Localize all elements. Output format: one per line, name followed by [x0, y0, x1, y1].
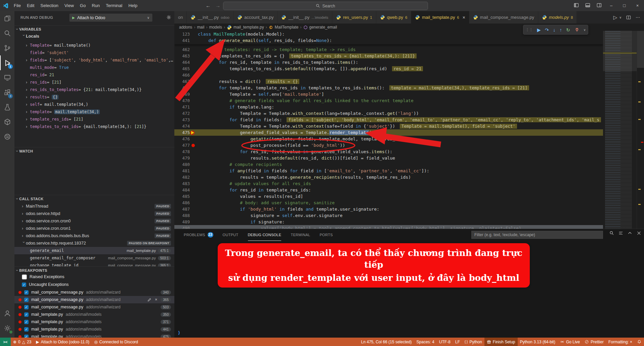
menu-view[interactable]: View	[61, 0, 77, 11]
variable-row[interactable]: ›self = mail.template(34,)	[14, 101, 174, 108]
breakpoint-exception-row[interactable]: Raised Exceptions	[14, 273, 174, 280]
panel-tab-debug-console[interactable]: DEBUG CONSOLE	[248, 229, 282, 241]
tab-account_tax.py[interactable]: account_tax.py	[233, 11, 277, 24]
status-item[interactable]	[635, 338, 644, 346]
breakpoint-row[interactable]: ✓mail_template.pyaddons\mail\models350	[14, 311, 174, 318]
gutter-markers[interactable]	[190, 78, 198, 85]
code-line-484[interactable]: 484for res_id in template_res_ids:	[174, 187, 603, 193]
code-editor[interactable]: 462# templates: res_id -> template; temp…	[174, 31, 603, 229]
panel-tab-problems[interactable]: PROBLEMS23	[184, 229, 213, 241]
tab-models.py[interactable]: models.py8	[538, 11, 577, 24]
gutter-markers[interactable]	[190, 66, 198, 72]
checkbox[interactable]: ✓	[24, 320, 29, 324]
callstack-thread[interactable]: ›MainThreadPAUSED	[14, 203, 174, 210]
status-item-spaces-4[interactable]: Spaces: 4	[414, 338, 437, 346]
callstack-frame[interactable]: generate_email_for_composermail_compose_…	[14, 254, 174, 262]
checkbox[interactable]: ✓	[24, 327, 29, 332]
code-line-477[interactable]: 477post_process=(field == 'body_html'))	[174, 142, 603, 148]
breakpoint-row[interactable]: ✓mail_template.pyaddons\mail\models441	[14, 326, 174, 333]
gutter-markers[interactable]	[190, 148, 198, 155]
status-item-ln-475-col-66-15-selected-[interactable]: Ln 475, Col 66 (15 selected)	[359, 338, 414, 346]
plug-icon[interactable]	[574, 27, 579, 32]
variable-row[interactable]: ›field = 'subject'	[14, 49, 174, 56]
menu-terminal[interactable]: Terminal	[103, 0, 125, 11]
variable-row[interactable]: ›res_id = 21	[14, 71, 174, 79]
maximize-panel-icon[interactable]	[628, 231, 632, 235]
menu-selection[interactable]: Selection	[37, 0, 61, 11]
section-header-breakpoints[interactable]: ›BREAKPOINTS	[14, 266, 174, 274]
gutter-markers[interactable]	[190, 174, 198, 180]
variable-row[interactable]: ›templates_to_res_ids = {mail.template(3…	[14, 123, 174, 130]
debug-config-dropdown[interactable]: ▶ Attach to Odoo ∨	[69, 13, 153, 22]
checkbox[interactable]: ✓	[24, 312, 29, 317]
remote-indicator[interactable]: ><	[0, 338, 11, 346]
step-over-icon[interactable]: ↷	[545, 27, 549, 33]
maximize-button[interactable]: □	[618, 0, 631, 11]
code-line-465[interactable]: 465templates_to_res_ids.setdefault(templ…	[174, 66, 603, 72]
status-item-utf-8[interactable]: UTF-8	[437, 338, 453, 346]
continue-icon[interactable]: ▶	[537, 27, 541, 33]
activity-run-and-debug[interactable]: 1	[0, 55, 14, 70]
gutter-markers[interactable]	[190, 91, 198, 97]
gutter-markers[interactable]	[190, 110, 198, 117]
code-line-479[interactable]: 479results.setdefault(res_id, dict())[fi…	[174, 155, 603, 161]
code-line-471[interactable]: 471if template.lang:	[174, 104, 603, 110]
command-center-search[interactable]: Search	[223, 2, 428, 10]
panel-tab-terminal[interactable]: TERMINAL	[291, 229, 310, 241]
gutter-markers[interactable]	[190, 168, 198, 174]
breakpoint-row[interactable]: ✓mail_template.pyaddons\mail\models371	[14, 318, 174, 326]
checkbox[interactable]: ✓	[22, 283, 26, 287]
status-item-lf[interactable]: LF	[453, 338, 462, 346]
code-line-466[interactable]: 466	[174, 72, 603, 78]
gutter-markers[interactable]	[190, 117, 198, 123]
minimize-button[interactable]: –	[605, 0, 618, 11]
breakpoint-exception-row[interactable]: ✓Uncaught Exceptions	[14, 281, 174, 288]
activity-remote-explorer[interactable]	[0, 70, 14, 85]
toggle-sidebar-icon[interactable]	[570, 3, 582, 9]
activity-source-control[interactable]	[0, 41, 14, 55]
activity-testing[interactable]	[0, 100, 14, 115]
code-line-488[interactable]: 488signature = self.env.user.signature	[174, 212, 603, 219]
code-line-489[interactable]: 489if signature:	[174, 219, 603, 225]
code-line-480[interactable]: 480# compute recipients	[174, 161, 603, 168]
gutter-markers[interactable]	[190, 180, 198, 187]
code-line-475[interactable]: 475generated_field_values = Template.ren…	[174, 129, 603, 136]
gear-icon[interactable]	[166, 15, 171, 20]
code-line-482[interactable]: 482results = template.generate_recipient…	[174, 174, 603, 180]
panel-tab-ports[interactable]: PORTS	[319, 229, 333, 241]
minimap[interactable]	[603, 31, 637, 229]
chevron-down-icon[interactable]: ∨	[584, 28, 586, 32]
status-item-formatting-[interactable]: Formatting: ×	[606, 338, 635, 346]
clear-console-icon[interactable]	[618, 231, 623, 235]
breadcrumb-method[interactable]: generate_email	[309, 25, 337, 30]
variable-row[interactable]: ›multi_mode = True	[14, 64, 174, 71]
gutter-markers[interactable]	[190, 37, 198, 44]
variable-row[interactable]: ›results = {}	[14, 93, 174, 101]
pencil-icon[interactable]	[147, 297, 152, 302]
back-icon[interactable]: ←	[206, 3, 211, 8]
debug-session-status[interactable]: ▶ Attach to Odoo (odoo-11.0)	[34, 338, 92, 346]
code-line-462[interactable]: 462# templates: res_id -> template; temp…	[174, 46, 603, 53]
breakpoint-row[interactable]: ✓mail_compose_message.pyaddons\mail\wiza…	[14, 303, 174, 311]
code-line-490[interactable]: 490values['body_html'] = tools.append_co…	[174, 225, 603, 229]
more-actions-icon[interactable]: ⋯	[636, 15, 640, 20]
breadcrumb-folder[interactable]: addons	[179, 25, 192, 30]
breadcrumb-class[interactable]: MailTemplate	[275, 25, 299, 30]
breadcrumb-folder[interactable]: mail	[197, 25, 204, 30]
variable-row[interactable]: ›Template = mail.template()	[14, 42, 174, 49]
callstack-thread[interactable]: ›odoo.service.httpdPAUSED	[14, 210, 174, 217]
code-line-441[interactable]: 441def generate_email(self, res_ids, fie…	[174, 37, 603, 44]
code-line-472[interactable]: 472Template = Template.with_context(lang…	[174, 110, 603, 117]
code-line-483[interactable]: 483# update values for all res_ids	[174, 180, 603, 187]
menu-go[interactable]: Go	[77, 0, 89, 11]
gutter-markers[interactable]	[190, 46, 198, 53]
checkbox[interactable]: ✓	[24, 335, 29, 338]
overview-ruler[interactable]	[637, 31, 644, 229]
tab-__init__.py[interactable]: __init__.pyodoo	[187, 11, 233, 24]
activity-account[interactable]	[0, 306, 14, 321]
variable-row[interactable]: ›template = mail.template(34,)	[14, 108, 174, 116]
discord-status[interactable]: ◎ Connected to Discord	[92, 338, 140, 346]
code-line-464[interactable]: 464for res_id, template in res_ids_to_te…	[174, 59, 603, 66]
menu-run[interactable]: Run	[89, 0, 103, 11]
callstack-thread[interactable]: ›odoo.service.cron.cron0PAUSED	[14, 217, 174, 225]
